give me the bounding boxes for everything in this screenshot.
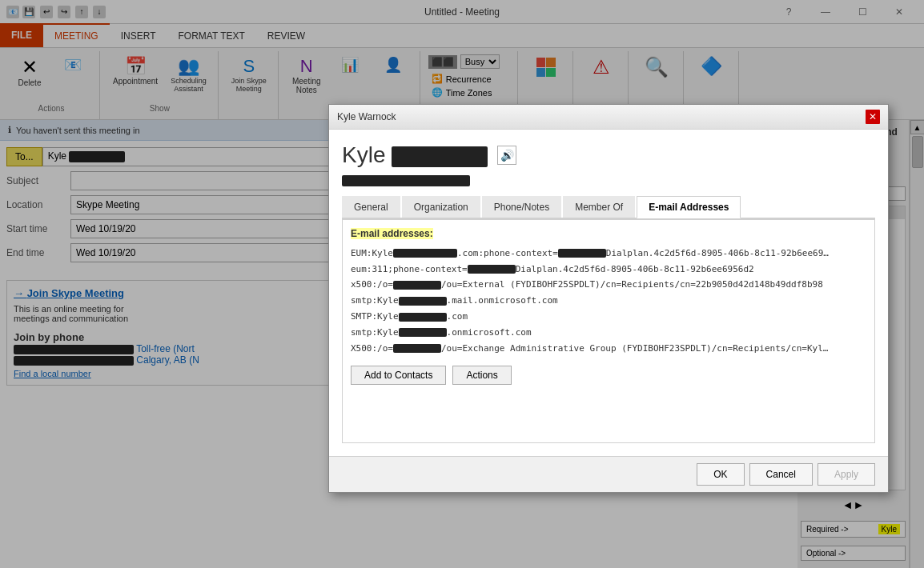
dialog-actions: Add to Contacts Actions <box>351 366 866 385</box>
email-item-1: eum:311;phone-context=Dialplan.4c2d5f6d-… <box>351 262 831 278</box>
tab-organization[interactable]: Organization <box>402 196 480 218</box>
email-list: EUM:Kyle.com:phone-context=Dialplan.4c2d… <box>351 246 866 357</box>
dialog-footer: OK Cancel Apply <box>329 456 888 492</box>
email-item-0: EUM:Kyle.com:phone-context=Dialplan.4c2d… <box>351 246 831 262</box>
email-item-2: x500:/o=/ou=External (FYDIBOHF25SPDLT)/c… <box>351 277 831 293</box>
dialog-tabs: General Organization Phone/Notes Member … <box>342 196 875 219</box>
dialog-body: Kyle 🔊 General Organization Phone/Notes … <box>329 130 888 456</box>
dialog-title-bar: Kyle Warnock ✕ <box>329 105 888 130</box>
dialog-title: Kyle Warnock <box>337 111 396 122</box>
tab-email-addresses[interactable]: E-mail Addresses <box>637 196 741 218</box>
contact-header: Kyle 🔊 <box>342 142 875 168</box>
apply-button[interactable]: Apply <box>818 463 875 486</box>
actions-button[interactable]: Actions <box>452 366 511 385</box>
tab-general[interactable]: General <box>342 196 400 218</box>
email-item-4: SMTP:Kyle.com <box>351 309 831 325</box>
contact-name: Kyle <box>342 142 488 168</box>
sound-button[interactable]: 🔊 <box>497 146 516 165</box>
tab-phone-notes[interactable]: Phone/Notes <box>482 196 561 218</box>
email-item-5: smtp:Kyle.onmicrosoft.com <box>351 325 831 341</box>
kyle-warnock-dialog: Kyle Warnock ✕ Kyle 🔊 General Organizati… <box>328 104 889 493</box>
tab-member-of[interactable]: Member Of <box>563 196 635 218</box>
contact-sub-redacted <box>342 175 470 186</box>
contact-lastname-redacted <box>392 146 488 167</box>
email-item-3: smtp:Kyle.mail.onmicrosoft.com <box>351 293 831 309</box>
ok-button[interactable]: OK <box>697 463 744 486</box>
email-item-6: X500:/o=/ou=Exchange Administrative Grou… <box>351 341 831 357</box>
email-addresses-content: E-mail addresses: EUM:Kyle.com:phone-con… <box>342 219 875 443</box>
dialog-close-button[interactable]: ✕ <box>866 110 880 124</box>
add-to-contacts-button[interactable]: Add to Contacts <box>351 366 446 385</box>
email-section-label: E-mail addresses: <box>351 228 866 239</box>
contact-subtitle <box>342 174 875 186</box>
cancel-button[interactable]: Cancel <box>749 463 813 486</box>
